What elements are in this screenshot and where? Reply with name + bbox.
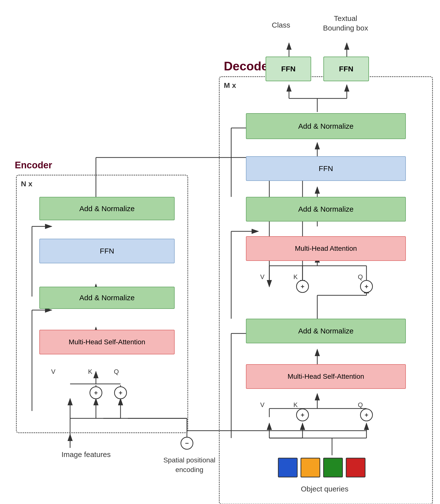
decoder-add-norm-bot: Add & Normalize: [246, 319, 406, 343]
encoder-repeat-label: N x: [21, 180, 32, 188]
ffn-class-box: FFN: [266, 57, 311, 81]
encoder-q-plus: +: [114, 386, 127, 399]
object-query-green: [323, 458, 343, 477]
encoder-q-label: Q: [114, 368, 119, 376]
decoder-dashed-box: [219, 76, 433, 504]
object-query-orange: [301, 458, 320, 477]
ffn-bbox-box: FFN: [323, 57, 369, 81]
decoder-self-k-label: K: [293, 401, 298, 409]
diagram: Encoder N x Add & Normalize FFN Add & No…: [0, 0, 440, 504]
object-query-blue: [278, 458, 298, 477]
decoder-ffn: FFN: [246, 156, 406, 181]
decoder-self-q-plus: +: [360, 409, 373, 421]
object-queries-label: Object queries: [269, 485, 380, 493]
decoder-add-norm-top: Add & Normalize: [246, 113, 406, 139]
spatial-encoding-label: Spatial positional encoding: [162, 455, 216, 474]
decoder-cross-q-plus: +: [360, 280, 373, 293]
image-features-label: Image features: [43, 450, 129, 459]
encoder-label: Encoder: [15, 160, 52, 171]
decoder-cross-attention: Multi-Head Attention: [246, 236, 406, 261]
encoder-ffn: FFN: [39, 239, 175, 263]
class-output-label: Class: [272, 21, 290, 29]
decoder-repeat-label: M x: [224, 81, 236, 90]
decoder-self-attention: Multi-Head Self-Attention: [246, 364, 406, 389]
spatial-encoding-circle: −: [181, 437, 193, 450]
encoder-add-norm-top: Add & Normalize: [39, 197, 175, 220]
object-queries-container: [278, 458, 365, 477]
decoder-self-q-label: Q: [358, 401, 363, 409]
decoder-cross-q-label: Q: [358, 273, 363, 281]
decoder-cross-v-label: V: [260, 273, 264, 281]
encoder-add-norm-bottom: Add & Normalize: [39, 287, 175, 309]
decoder-self-v-label: V: [260, 401, 264, 409]
encoder-k-plus: +: [90, 386, 102, 399]
decoder-add-norm-mid: Add & Normalize: [246, 197, 406, 221]
encoder-v-label: V: [51, 368, 55, 376]
decoder-cross-k-label: K: [293, 273, 298, 281]
decoder-self-k-plus: +: [296, 409, 309, 421]
bbox-output-label: Textual Bounding box: [316, 14, 375, 33]
decoder-cross-k-plus: +: [296, 280, 309, 293]
encoder-k-label: K: [88, 368, 92, 376]
object-query-red: [346, 458, 365, 477]
encoder-self-attention: Multi-Head Self-Attention: [39, 330, 175, 354]
